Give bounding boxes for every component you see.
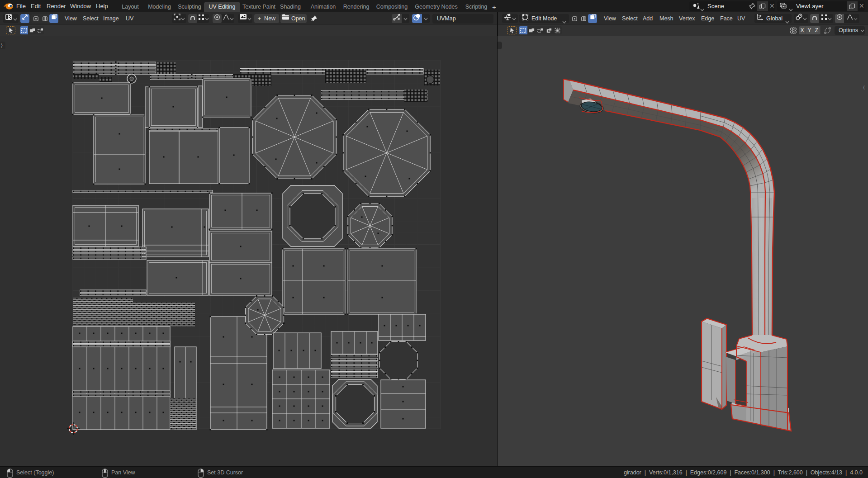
svg-text:〉: 〉 <box>1 43 3 48</box>
svg-text:⟨: ⟨ <box>863 85 865 90</box>
